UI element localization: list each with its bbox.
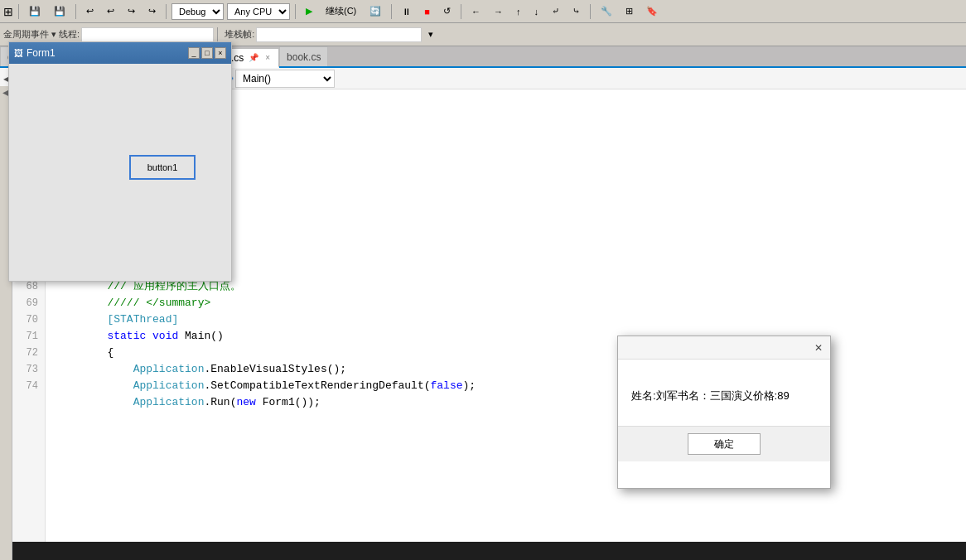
form1-close-btn[interactable]: × [215,47,226,59]
tab-program-pin[interactable]: 📌 [247,52,260,63]
restart-button[interactable]: 🔄 [365,4,386,18]
toolbar-separator7 [590,4,591,19]
menu-icon: ⊞ [3,5,13,18]
undo2-button[interactable]: ↩ [102,4,119,18]
form1-minimize-btn[interactable]: _ [188,47,200,59]
line-num: 74 [16,378,38,394]
msg-content: 姓名:刘军书名：三国演义价格:89 [618,360,830,426]
msg-close-button[interactable]: ✕ [810,340,827,356]
nav-up-button[interactable]: ↑ [511,5,526,18]
nav-fwd2-button[interactable]: ⤷ [568,4,585,18]
stackframe-label: 堆栈帧: [225,28,254,41]
toolbar-separator3 [166,4,167,19]
debug-dropdown[interactable]: Debug [171,3,224,20]
method-select[interactable]: Main() [235,70,335,88]
code-line-74: Application.Run(new Form1()); [56,396,321,408]
thread-input[interactable] [81,27,214,42]
message-dialog: ✕ 姓名:刘军书名：三国演义价格:89 确定 [617,336,831,489]
code-line-70: static void Main() [56,330,224,342]
tools-button[interactable]: 🔧 [596,4,617,18]
redo-button[interactable]: ↪ [123,4,140,18]
tab-book[interactable]: book.cs [279,46,328,66]
form1-title: Form1 [27,47,56,59]
layout-button[interactable]: ⊞ [621,4,638,18]
toolbar-separator [18,4,19,19]
form1-title-left: 🖼 Form1 [14,47,56,59]
nav-down-button[interactable]: ↓ [529,5,543,18]
restart2-button[interactable]: ↺ [438,4,456,18]
nav-fwd-button[interactable]: → [489,5,508,18]
cpu-dropdown[interactable]: Any CPU [227,3,290,20]
toolbar-separator4 [295,4,296,19]
tab-program-close[interactable]: × [263,52,272,63]
form1-icon: 🖼 [14,48,23,58]
nav-back2-button[interactable]: ⤶ [547,4,564,18]
save-all-button[interactable]: 💾 [49,4,70,18]
form1-controls: _ □ × [188,47,226,59]
form1-titlebar: 🖼 Form1 _ □ × [9,42,231,64]
code-line-69: [STAThread] [56,313,178,326]
form1-body: button1 [9,64,231,281]
line-num: 73 [16,361,38,378]
code-line-71: { [56,346,114,359]
msg-text: 姓名:刘军书名：三国演义价格:89 [631,389,790,403]
bookmark-button[interactable]: 🔖 [641,4,663,18]
code-line-72: Application.EnableVisualStyles(); [56,363,346,375]
continue-button[interactable]: 继续(C) [321,3,361,19]
toolbar-separator6 [461,4,461,19]
pause-button[interactable]: ⏸ [397,5,416,18]
tab-book-label: book.cs [287,51,321,63]
toolbar2-label: 金周期事件 ▾ 线程: [3,28,80,41]
toolbar-separator2 [75,4,76,19]
code-line-73: Application.SetCompatibleTextRenderingDe… [56,379,476,392]
form1-window: 🖼 Form1 _ □ × button1 [8,41,232,282]
undo-button[interactable]: ↩ [81,4,99,18]
toolbar-separator5 [391,4,392,19]
save-button[interactable]: 💾 [24,4,46,18]
toolbar2-sep [217,27,218,42]
line-num: 72 [16,345,38,361]
form1-maximize-btn[interactable]: □ [201,47,213,59]
button1[interactable]: button1 [129,155,196,180]
code-line-67: /// 应用程序的主入口点。 [56,280,241,292]
line-num: 69 [16,295,38,311]
stop-button[interactable]: ■ [419,5,435,18]
main-toolbar: ⊞ 💾 💾 ↩ ↩ ↪ ↪ Debug Any CPU ▶ 继续(C) 🔄 ⏸ … [0,0,966,23]
line-num: 70 [16,311,38,328]
stackframe-input[interactable] [256,27,422,42]
code-line-68: ///// </summary> [56,297,210,309]
start-button[interactable]: ▶ [301,4,317,18]
nav-back-button[interactable]: ← [466,5,485,18]
stackframe-dropdown-btn[interactable]: ▾ [423,27,438,41]
msg-footer: 确定 [618,426,830,461]
redo2-button[interactable]: ↪ [143,4,161,18]
line-num: 71 [16,328,38,345]
msg-titlebar: ✕ [618,336,830,360]
ok-button[interactable]: 确定 [688,433,761,455]
